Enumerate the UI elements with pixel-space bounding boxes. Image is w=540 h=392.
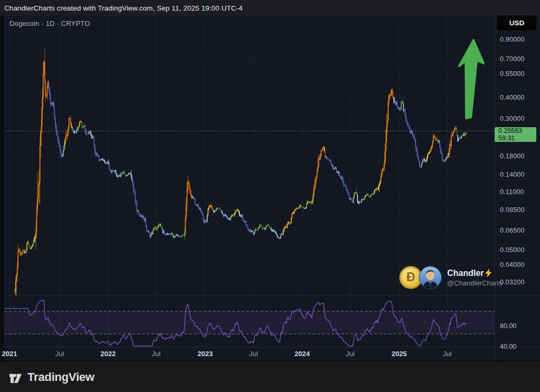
lightning-bolt-icon	[485, 269, 492, 278]
tradingview-wordmark: TradingView	[27, 370, 94, 384]
time-tick: Jul	[249, 350, 258, 358]
time-tick: Jul	[152, 350, 161, 358]
price-tick: 0.05000	[500, 246, 525, 254]
price-tick: 0.18000	[500, 152, 525, 160]
last-price-value: 0.25563	[498, 128, 536, 135]
watermark-name: Chandler	[447, 269, 484, 278]
time-tick: 2022	[101, 350, 116, 358]
avatar-photo-icon	[419, 266, 441, 289]
candlestick-layer	[15, 47, 467, 299]
watermark: Ð Chand	[399, 266, 502, 289]
price-tick: 0.14000	[500, 171, 525, 178]
price-tick: 0.30000	[500, 115, 525, 122]
tradingview-logo-icon	[8, 370, 23, 385]
time-tick: Jul	[346, 350, 355, 358]
currency-toggle-button[interactable]: USD	[496, 15, 537, 31]
left-margin	[0, 16, 4, 360]
rsi-lower-label: 40.00	[500, 343, 516, 350]
price-tick: 0.55000	[500, 70, 525, 78]
time-tick: Jul	[443, 350, 452, 358]
candle-countdown: 59:31	[498, 135, 536, 142]
tradingview-share-screenshot: ChandlerCharts created with TradingView.…	[0, 0, 540, 392]
price-tick: 0.70000	[500, 55, 525, 63]
time-tick: Jul	[55, 350, 64, 358]
time-tick: 2021	[2, 350, 17, 358]
price-axis[interactable]: 0.900000.700000.550000.400000.300000.180…	[495, 16, 540, 347]
symbol-title[interactable]: Dogecoin · 1D · CRYPTO	[9, 20, 90, 27]
up-arrow-annotation[interactable]	[455, 38, 487, 141]
footer-bar: TradingView	[0, 360, 540, 392]
price-tick: 0.06500	[500, 227, 525, 234]
time-tick: 2024	[295, 350, 310, 358]
chart-area[interactable]: Dogecoin · 1D · CRYPTO USD 0.900000.7000…	[0, 16, 540, 360]
watermark-handle: @ChandlerCharts	[447, 279, 502, 287]
time-tick: 2025	[392, 350, 407, 358]
attribution-bar: ChandlerCharts created with TradingView.…	[0, 0, 540, 16]
price-tick: 0.40000	[500, 94, 525, 101]
price-tick: 0.03200	[500, 279, 525, 286]
price-tick: 0.90000	[500, 36, 525, 43]
price-tick: 0.04000	[500, 261, 525, 269]
last-price-label: 0.25563 59:31	[495, 127, 536, 142]
time-tick: 2023	[198, 350, 213, 358]
time-axis[interactable]: 2021Jul2022Jul2023Jul2024Jul2025Jul	[0, 347, 495, 360]
rsi-upper-label: 80.00	[500, 322, 516, 330]
price-tick: 0.11000	[500, 188, 524, 196]
price-tick: 0.08500	[500, 206, 525, 214]
attribution-text: ChandlerCharts created with TradingView.…	[4, 4, 243, 12]
avatar	[419, 266, 442, 289]
